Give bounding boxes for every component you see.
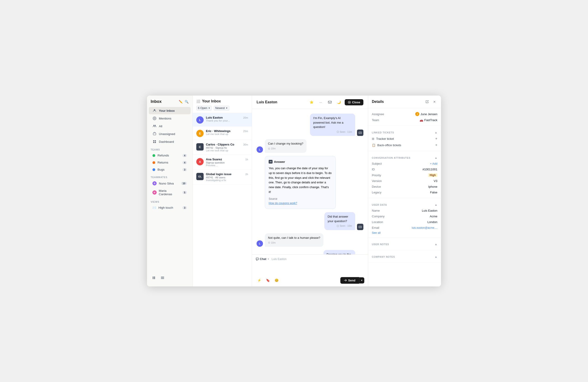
inbox-item[interactable]: L Luis Easton 20m Thank you for your... (193, 113, 252, 127)
svg-point-3 (155, 125, 156, 126)
message-row: I'm Fin, Examply's AI powered bot. Ask m… (256, 114, 363, 136)
compose-icon[interactable]: ✏️ (178, 99, 183, 104)
assignee-label: Assignee (372, 113, 390, 116)
sidebar-item-bugs[interactable]: Bugs 3 (149, 166, 190, 173)
team-label: Team (372, 118, 390, 122)
email-icon[interactable] (326, 99, 333, 106)
user-data-section: USER DATA ▲ Name Luis Easton Company Acm… (368, 198, 441, 238)
inbox-item[interactable]: A Ana Suarez 1h Signup question Preview.… (193, 155, 252, 170)
refunds-badge: 4 (182, 154, 187, 157)
add-backoffice-icon[interactable]: + (435, 143, 437, 147)
sidebar-item-returns[interactable]: Returns 4 (149, 159, 190, 166)
add-tracker-icon[interactable]: + (435, 137, 437, 141)
close-details-icon[interactable]: ✕ (431, 99, 437, 105)
popout-icon[interactable] (424, 99, 430, 105)
svg-rect-9 (153, 276, 154, 279)
svg-rect-10 (154, 276, 155, 279)
nuno-badge: 10 (181, 182, 187, 185)
conv-attributes-toggle[interactable]: ▲ (435, 156, 437, 159)
avatar: L (196, 116, 204, 124)
sidebar-item-label: Dashboard (159, 140, 174, 143)
close-button[interactable]: Close (345, 99, 363, 105)
company-notes-toggle[interactable]: ▲ (435, 255, 437, 258)
user-avatar: L (256, 146, 263, 153)
conv-attributes-label: CONVERSATION ATTRIBUTES (372, 156, 410, 159)
back-office-label: Back-office tickets (377, 143, 401, 147)
avatar: A (196, 158, 204, 165)
inbox-list: ⬜ Your Inbox 6 Open ▼ Newest ▼ L (193, 96, 252, 286)
chat-panel: Luis Easton ⭐ ··· 🌙 Close I'm Fin, Examp… (252, 96, 368, 286)
sidebar-bottom (147, 273, 192, 283)
send-button[interactable]: Send (340, 277, 359, 284)
lightning-icon[interactable]: ⚡ (256, 277, 262, 284)
sidebar-item-refunds[interactable]: Refunds 4 (149, 152, 190, 159)
composer-mode-selector[interactable]: Chat ▼ (256, 257, 269, 261)
sidebar-item-nuno[interactable]: N Nuno Silva 10 (149, 180, 190, 187)
sidebar-item-maria[interactable]: M Maria Cardenas 5 (149, 188, 190, 197)
svg-rect-6 (155, 140, 156, 141)
message-row: Passing you to the team now 🤩 Seen · 11m (256, 250, 363, 254)
linked-tickets-toggle[interactable]: ▲ (435, 131, 437, 134)
company-value: Acme (430, 215, 437, 218)
composer-input[interactable] (256, 263, 364, 275)
send-button-group: Send ▾ (340, 277, 364, 284)
inbox-item[interactable]: C Carlos · Clippers Co 30m #8742 · Signu… (193, 140, 252, 155)
source-link[interactable]: How do coupons work? (269, 202, 297, 205)
search-icon[interactable]: 🔍 (184, 99, 189, 104)
ai-answer-bubble: AI Answer Yes, you can change the date o… (265, 156, 336, 209)
sort-filter[interactable]: Newest ▼ (214, 106, 230, 111)
subject-add[interactable]: + Add (430, 162, 437, 165)
user-notes-toggle[interactable]: ▲ (435, 243, 437, 246)
sidebar-item-dashboard[interactable]: Dashboard (149, 138, 190, 145)
message-row: Did that answer your question? Seen · 10… (256, 212, 363, 230)
svg-point-0 (154, 109, 155, 111)
unassigned-icon (152, 132, 157, 136)
message-row: AI Answer Yes, you can change the date o… (256, 156, 363, 209)
dashboard-icon (152, 140, 157, 144)
see-all-link[interactable]: See all (372, 230, 380, 235)
menu-icon[interactable] (159, 275, 166, 280)
sidebar-item-label: All (159, 125, 162, 128)
snooze-icon[interactable]: 🌙 (336, 99, 342, 106)
sidebar-item-your-inbox[interactable]: Your Inbox (149, 107, 190, 114)
svg-rect-12 (161, 278, 164, 278)
inbox-item[interactable]: E Eric · Whitewings 25m Let me look that… (193, 127, 252, 140)
sidebar-item-unassigned[interactable]: Unassigned (149, 130, 190, 137)
message-bubble: I'm Fin, Examply's AI powered bot. Ask m… (310, 114, 355, 136)
pause-icon[interactable] (151, 275, 157, 280)
sidebar-item-label: Refunds (158, 154, 169, 157)
sidebar-item-label: Bugs (158, 168, 165, 171)
details-panel: Details ✕ Assignee J June Jensen Team � (368, 96, 441, 286)
maria-badge: 5 (182, 191, 187, 194)
message-bubble: Did that answer your question? Seen · 10… (324, 212, 355, 230)
sidebar-item-mentions[interactable]: Mentions (149, 115, 190, 122)
assignee-avatar: J (415, 112, 419, 116)
sidebar-item-label: Unassigned (159, 132, 175, 136)
linked-tickets-label: LINKED TICKETS (372, 131, 394, 134)
send-dropdown-button[interactable]: ▾ (359, 277, 364, 284)
sidebar-item-all[interactable]: All (149, 122, 190, 130)
mentions-icon (152, 116, 157, 120)
star-icon[interactable]: ⭐ (308, 99, 315, 106)
company-notes-label: COMPANY NOTES (372, 255, 395, 258)
tracker-ticket-label: Tracker ticket (376, 137, 394, 140)
chat-header-name: Luis Easton (256, 100, 306, 104)
svg-rect-14 (328, 101, 332, 103)
bookmark-icon[interactable]: 🔖 (264, 277, 271, 284)
message-row: L Can I change my booking? 10m (256, 139, 363, 153)
more-icon[interactable]: ··· (317, 99, 324, 106)
open-count-filter[interactable]: 6 Open ▼ (196, 106, 212, 111)
sidebar-item-label: Returns (158, 161, 168, 164)
emoji-icon[interactable]: 😊 (273, 277, 280, 284)
version-value: V3 (434, 179, 437, 183)
teams-section-label: TEAMS (147, 146, 192, 152)
user-data-toggle[interactable]: ▲ (435, 203, 437, 206)
all-icon (152, 124, 157, 128)
svg-rect-8 (155, 142, 156, 143)
svg-rect-18 (269, 148, 270, 149)
message-bubble: Can I change my booking? 10m (265, 139, 307, 153)
chat-messages: I'm Fin, Examply's AI powered bot. Ask m… (252, 109, 368, 254)
sidebar-item-high-touch[interactable]: ✉️ High touch 3 (149, 204, 190, 211)
inbox-item[interactable]: GL Global login issue 2h #8741 · All use… (193, 170, 252, 185)
sidebar-toggle-icon[interactable]: ⬜ (196, 99, 200, 103)
